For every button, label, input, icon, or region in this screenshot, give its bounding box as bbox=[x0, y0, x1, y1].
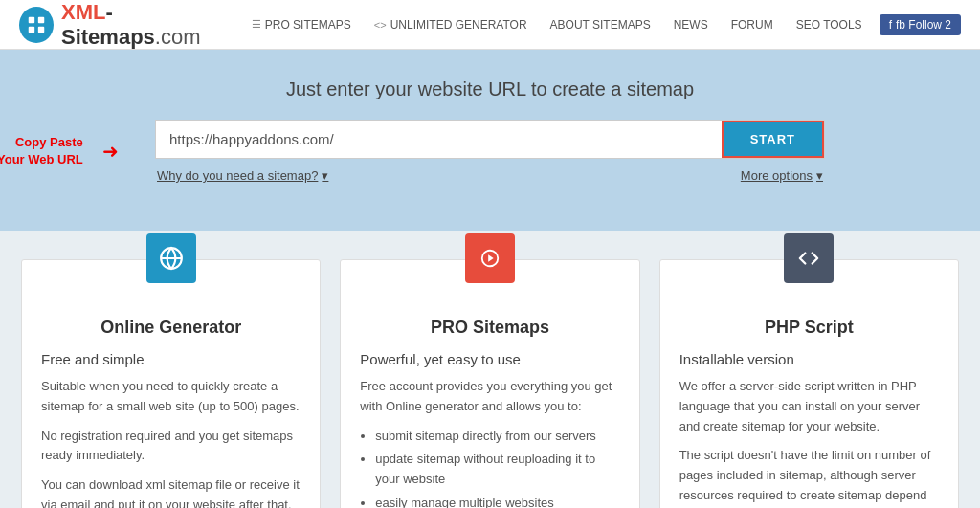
content-section: Online Generator Free and simple Suitabl… bbox=[0, 231, 980, 508]
ps-li-1: submit sitemap directly from our servers bbox=[375, 427, 619, 447]
php-script-card: PHP Script Installable version We offer … bbox=[659, 259, 959, 508]
online-generator-icon-area bbox=[146, 233, 196, 283]
php-script-body: We offer a server-side script written in… bbox=[679, 377, 939, 508]
ps-list-1: submit sitemap directly from our servers… bbox=[375, 427, 619, 508]
online-generator-title: Online Generator bbox=[41, 314, 301, 338]
logo-sitemaps: Sitemaps bbox=[61, 25, 155, 49]
fb-icon: f bbox=[889, 18, 892, 32]
logo-dotcom: .com bbox=[155, 25, 201, 49]
php-para-2: The script doesn't have the limit on num… bbox=[679, 446, 939, 508]
main-nav: ☰ PRO SITEMAPS <> UNLIMITED GENERATOR AB… bbox=[242, 12, 872, 37]
unlimited-generator-icon: <> bbox=[374, 19, 387, 31]
nav-pro-sitemaps-label: PRO SITEMAPS bbox=[265, 18, 351, 32]
url-input-row: START bbox=[155, 120, 825, 159]
svg-rect-1 bbox=[38, 16, 44, 22]
pro-sitemaps-subtitle: Powerful, yet easy to use bbox=[360, 351, 619, 367]
more-options-link[interactable]: More options ▾ bbox=[741, 168, 823, 183]
logo-text[interactable]: XML-Sitemaps.com bbox=[61, 0, 242, 50]
ps-para-1: Free account provides you everything you… bbox=[360, 377, 619, 417]
pro-sitemaps-card: PRO Sitemaps Powerful, yet easy to use F… bbox=[340, 259, 639, 508]
nav-news[interactable]: NEWS bbox=[664, 12, 718, 37]
pro-sitemaps-body: Free account provides you everything you… bbox=[360, 377, 619, 508]
svg-rect-2 bbox=[29, 26, 34, 32]
svg-rect-0 bbox=[29, 16, 34, 22]
online-generator-subtitle: Free and simple bbox=[41, 351, 301, 367]
nav-about-sitemaps-label: ABOUT SITEMAPS bbox=[550, 18, 651, 32]
nav-pro-sitemaps[interactable]: ☰ PRO SITEMAPS bbox=[242, 12, 361, 37]
more-options-chevron: ▾ bbox=[816, 168, 823, 183]
nav-forum[interactable]: FORUM bbox=[722, 12, 783, 37]
logo-area: XML-Sitemaps.com bbox=[19, 0, 242, 50]
nav-unlimited-generator-label: UNLIMITED GENERATOR bbox=[390, 18, 527, 32]
more-options-label: More options bbox=[741, 168, 813, 183]
start-button[interactable]: START bbox=[722, 121, 824, 158]
svg-rect-3 bbox=[38, 26, 44, 32]
nav-forum-label: FORUM bbox=[731, 18, 773, 32]
logo-xml: XML bbox=[61, 0, 105, 24]
fb-label: fb Follow 2 bbox=[896, 18, 951, 32]
arrow-indicator: ➜ bbox=[102, 140, 119, 163]
logo-hyphen: - bbox=[105, 0, 112, 24]
svg-marker-6 bbox=[488, 254, 494, 261]
php-para-1: We offer a server-side script written in… bbox=[679, 377, 939, 436]
ps-li-3: easily manage multiple websites bbox=[375, 494, 619, 508]
ps-li-2: update sitemap without reuploading it to… bbox=[375, 450, 619, 490]
php-script-icon bbox=[784, 233, 834, 283]
nav-news-label: NEWS bbox=[674, 18, 708, 32]
nav-seo-tools[interactable]: SEO TOOLS bbox=[787, 12, 872, 37]
facebook-like-button[interactable]: f fb Follow 2 bbox=[880, 14, 961, 35]
why-sitemap-label: Why do you need a sitemap? bbox=[157, 168, 318, 183]
nav-seo-tools-label: SEO TOOLS bbox=[796, 18, 862, 32]
og-para-3: You can download xml sitemap file or rec… bbox=[41, 475, 301, 508]
nav-unlimited-generator[interactable]: <> UNLIMITED GENERATOR bbox=[365, 12, 537, 37]
url-input[interactable] bbox=[156, 121, 722, 158]
php-script-title: PHP Script bbox=[679, 314, 939, 338]
og-para-2: No registration required and you get sit… bbox=[41, 427, 301, 467]
pro-sitemaps-title: PRO Sitemaps bbox=[360, 314, 619, 338]
hero-title: Just enter your website URL to create a … bbox=[19, 78, 961, 100]
why-sitemap-link[interactable]: Why do you need a sitemap? ▾ bbox=[157, 168, 328, 183]
cards-container: Online Generator Free and simple Suitabl… bbox=[21, 259, 959, 508]
pro-sitemaps-icon bbox=[465, 233, 515, 283]
header: XML-Sitemaps.com ☰ PRO SITEMAPS <> UNLIM… bbox=[0, 0, 980, 50]
form-links: Why do you need a sitemap? ▾ More option… bbox=[155, 168, 825, 183]
php-script-subtitle: Installable version bbox=[679, 351, 939, 367]
pro-sitemaps-icon-area bbox=[465, 233, 515, 283]
online-generator-body: Suitable when you need to quickly create… bbox=[41, 377, 301, 508]
why-sitemap-chevron: ▾ bbox=[322, 168, 328, 183]
logo-icon bbox=[19, 7, 54, 43]
pro-sitemaps-icon: ☰ bbox=[252, 18, 261, 31]
hero-section: Just enter your website URL to create a … bbox=[0, 50, 980, 221]
online-generator-card: Online Generator Free and simple Suitabl… bbox=[21, 259, 321, 508]
nav-about-sitemaps[interactable]: ABOUT SITEMAPS bbox=[541, 12, 660, 37]
url-form-area: Copy PasteYour Web URL ➜ START Why do yo… bbox=[155, 120, 825, 183]
copy-paste-label: Copy PasteYour Web URL bbox=[0, 134, 83, 168]
online-generator-icon bbox=[146, 233, 196, 283]
php-script-icon-area bbox=[784, 233, 834, 283]
og-para-1: Suitable when you need to quickly create… bbox=[41, 377, 301, 417]
